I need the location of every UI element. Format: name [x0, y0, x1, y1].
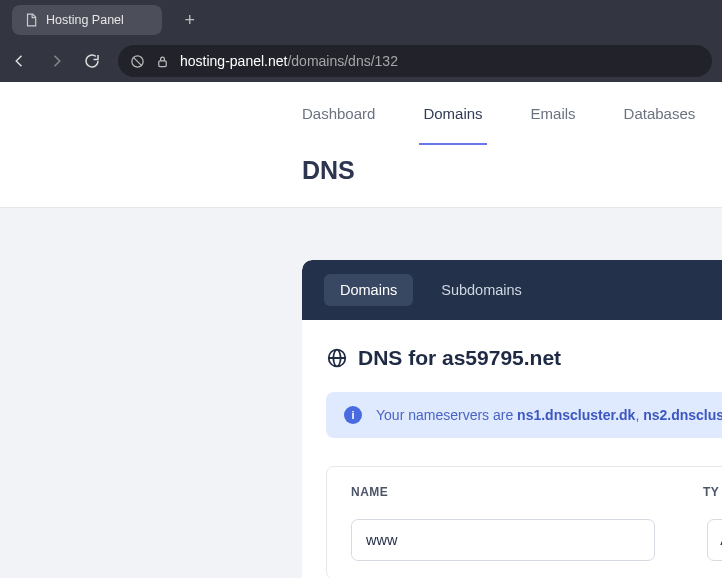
svg-rect-2 [159, 60, 167, 66]
url-host: hosting-panel.net [180, 53, 287, 69]
table-header-row: NAME TY [351, 485, 722, 499]
address-bar: hosting-panel.net/domains/dns/132 [0, 40, 722, 82]
browser-chrome: Hosting Panel + hosting-panel.net/domain… [0, 0, 722, 82]
url-field[interactable]: hosting-panel.net/domains/dns/132 [118, 45, 712, 77]
nav-emails[interactable]: Emails [531, 82, 576, 145]
ns-sep: , [635, 407, 643, 423]
record-row [351, 519, 722, 561]
heading-prefix: DNS for [358, 346, 442, 369]
tab-bar: Hosting Panel + [0, 0, 722, 40]
panel-body: DNS for as59795.net i Your nameservers a… [302, 320, 722, 578]
reload-button[interactable] [82, 51, 102, 71]
content-area: Domains Subdomains DNS for as59795.net i… [0, 208, 722, 578]
ns1: ns1.dnscluster.dk [517, 407, 635, 423]
heading-domain: as59795.net [442, 346, 561, 369]
browser-tab[interactable]: Hosting Panel [12, 5, 162, 35]
page-title: DNS [302, 156, 722, 185]
panel-tabs: Domains Subdomains [302, 260, 722, 320]
col-type-header: TY [703, 485, 722, 499]
record-name-input[interactable] [351, 519, 655, 561]
tab-title: Hosting Panel [46, 13, 124, 27]
top-nav: Dashboard Domains Emails Databases [0, 82, 722, 145]
nav-dashboard[interactable]: Dashboard [302, 82, 375, 145]
page-title-bar: DNS [0, 145, 722, 208]
ns2: ns2.dnscluste [643, 407, 722, 423]
globe-icon [326, 347, 348, 369]
lock-icon [155, 54, 170, 69]
back-button[interactable] [10, 51, 30, 71]
shield-icon [130, 54, 145, 69]
records-table: NAME TY [326, 466, 722, 578]
forward-button[interactable] [46, 51, 66, 71]
panel-heading: DNS for as59795.net [326, 346, 722, 370]
panel-tab-domains[interactable]: Domains [324, 274, 413, 306]
info-icon: i [344, 406, 362, 424]
nameserver-alert: i Your nameservers are ns1.dnscluster.dk… [326, 392, 722, 438]
nav-databases[interactable]: Databases [624, 82, 696, 145]
svg-line-1 [133, 57, 142, 66]
page-icon [24, 13, 38, 27]
app-content: Dashboard Domains Emails Databases DNS D… [0, 82, 722, 578]
ns-prefix: Your nameservers are [376, 407, 517, 423]
nav-domains[interactable]: Domains [423, 82, 482, 145]
record-type-input[interactable] [707, 519, 722, 561]
panel-tab-subdomains[interactable]: Subdomains [425, 274, 538, 306]
col-name-header: NAME [351, 485, 703, 499]
url-path: /domains/dns/132 [287, 53, 398, 69]
dns-panel: Domains Subdomains DNS for as59795.net i… [302, 260, 722, 578]
new-tab-button[interactable]: + [176, 6, 204, 34]
